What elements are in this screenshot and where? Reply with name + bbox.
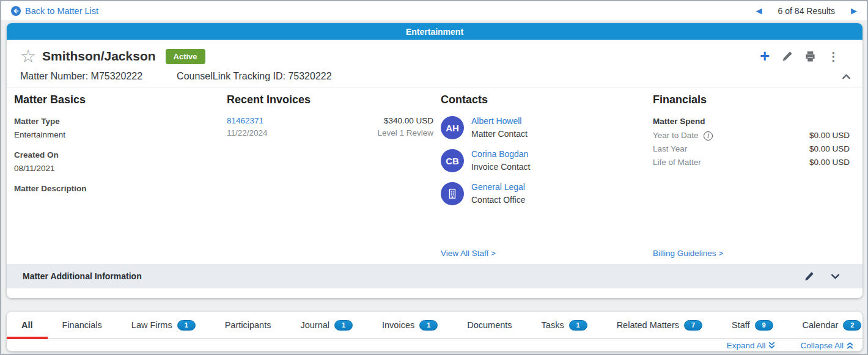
tab-label: Financials	[62, 320, 102, 330]
contact-info: General Legal Contact Office	[471, 181, 525, 207]
edit-pencil-icon[interactable]	[804, 271, 814, 282]
invoice-right: $340.00 USD Level 1 Review	[377, 115, 433, 139]
add-button[interactable]: +	[760, 50, 770, 62]
matter-type-value: Entertainment	[14, 128, 216, 142]
collapse-all-link[interactable]: Collapse All	[800, 341, 854, 350]
contact-row: General Legal Contact Office	[441, 181, 645, 207]
matter-number: Matter Number: M75320222	[20, 71, 142, 82]
matter-number-value: M75320222	[91, 71, 143, 81]
previous-result-arrow-icon[interactable]: ◀	[756, 6, 762, 15]
tabs-divider	[7, 339, 862, 339]
kebab-menu-icon[interactable]: ⋮	[828, 49, 839, 64]
tab-related-matters[interactable]: Related Matters7	[602, 312, 717, 339]
recent-invoices-title: Recent Invoices	[227, 93, 433, 106]
tab-tasks[interactable]: Tasks1	[527, 312, 602, 339]
tab-label: Documents	[467, 320, 512, 330]
matter-category-header: Entertainment	[7, 23, 862, 40]
expand-section-chevron-down-icon[interactable]	[830, 271, 840, 282]
matter-summary-card: Entertainment ☆ Smithson/Jackson Active …	[7, 23, 862, 298]
matter-spend-label: Matter Spend	[653, 115, 850, 128]
financials-title: Financials	[653, 93, 850, 106]
back-link-label: Back to Matter List	[25, 6, 98, 16]
back-circle-arrow-icon	[11, 6, 21, 16]
tab-label: All	[21, 320, 33, 330]
last-year-label: Last Year	[653, 142, 687, 156]
contacts-section: Contacts AH Albert Howell Matter Contact…	[441, 93, 645, 214]
count-badge: 1	[177, 320, 196, 331]
avatar: CB	[441, 149, 464, 172]
count-badge: 7	[684, 320, 702, 331]
next-result-arrow-icon[interactable]: ▶	[851, 6, 857, 15]
print-icon[interactable]	[804, 51, 816, 62]
year-to-date-label: Year to Date	[653, 129, 699, 142]
tab-law-firms[interactable]: Law Firms1	[117, 312, 210, 339]
view-all-staff-link[interactable]: View All Staff >	[441, 249, 496, 258]
tab-label: Invoices	[382, 320, 414, 330]
contact-info: Corina Bogdan Invoice Contact	[471, 148, 531, 174]
matter-basics-title: Matter Basics	[14, 93, 216, 106]
tab-label: Staff	[732, 320, 750, 330]
financials-section: Financials Matter Spend Year to Date i $…	[653, 93, 850, 169]
collapse-card-chevron-up-icon[interactable]	[841, 71, 851, 82]
contact-name-link[interactable]: Albert Howell	[471, 115, 528, 128]
info-icon[interactable]: i	[704, 131, 713, 141]
invoice-status: Level 1 Review	[377, 127, 433, 139]
tracking-id: CounselLink Tracking ID: 75320222	[177, 71, 332, 82]
matter-additional-information-bar[interactable]: Matter Additional Information	[7, 264, 862, 288]
matter-description-label: Matter Description	[14, 182, 216, 196]
tab-label: Tasks	[542, 320, 564, 330]
recent-invoices-section: Recent Invoices 81462371 11/22/2024 $340…	[227, 93, 433, 139]
tab-label: Related Matters	[617, 320, 679, 330]
office-building-icon	[441, 182, 464, 205]
tab-financials[interactable]: Financials	[48, 312, 117, 339]
tab-invoices[interactable]: Invoices1	[367, 312, 452, 339]
matter-name: Smithson/Jackson	[42, 49, 156, 64]
tab-calendar[interactable]: Calendar2	[788, 312, 868, 339]
tab-label: Journal	[300, 320, 329, 330]
matter-toolbar: + ⋮	[760, 49, 849, 64]
year-to-date: Year to Date i	[653, 129, 713, 142]
tab-participants[interactable]: Participants	[210, 312, 286, 339]
tab-journal[interactable]: Journal1	[285, 312, 367, 339]
contact-role: Matter Contact	[471, 129, 528, 139]
expand-all-label: Expand All	[727, 341, 766, 350]
contact-role: Invoice Contact	[471, 162, 531, 172]
invoice-number-link[interactable]: 81462371	[227, 116, 263, 125]
status-badge: Active	[166, 49, 205, 64]
matter-number-label: Matter Number:	[20, 71, 88, 81]
expand-all-link[interactable]: Expand All	[727, 341, 776, 350]
billing-guidelines-link[interactable]: Billing Guidelines >	[653, 249, 723, 258]
tab-label: Participants	[225, 320, 271, 330]
tab-all[interactable]: All	[7, 312, 48, 339]
contact-name-link[interactable]: Corina Bogdan	[471, 148, 531, 161]
favorite-star-icon[interactable]: ☆	[20, 48, 36, 65]
matter-detail-screen: Back to Matter List ◀ 6 of 84 Results ▶ …	[0, 0, 868, 355]
contact-info: Albert Howell Matter Contact	[471, 115, 528, 141]
additional-info-actions	[804, 271, 849, 282]
double-chevron-up-icon	[846, 342, 854, 350]
summary-columns: Matter Basics Matter Type Entertainment …	[7, 87, 862, 264]
financial-row: Life of Matter $0.00 USD	[653, 156, 850, 169]
edit-pencil-icon[interactable]	[781, 51, 793, 62]
double-chevron-down-icon	[768, 342, 776, 350]
count-badge: 1	[334, 320, 353, 331]
contact-row: CB Corina Bogdan Invoice Contact	[441, 148, 645, 174]
last-year-value: $0.00 USD	[809, 142, 850, 156]
count-badge: 9	[755, 320, 773, 331]
back-to-matter-list-link[interactable]: Back to Matter List	[11, 6, 98, 16]
matter-type-field: Matter Type Entertainment	[14, 115, 216, 142]
tab-staff[interactable]: Staff9	[717, 312, 788, 339]
matter-tabs-card: All Financials Law Firms1 Participants J…	[7, 312, 862, 351]
invoice-amount: $340.00 USD	[377, 115, 433, 127]
contacts-title: Contacts	[441, 93, 645, 106]
tracking-id-value: 75320222	[288, 71, 331, 81]
contact-name-link[interactable]: General Legal	[471, 181, 525, 194]
tab-label: Law Firms	[131, 320, 172, 330]
count-badge: 2	[843, 320, 861, 331]
results-pager: ◀ 6 of 84 Results ▶	[756, 6, 857, 16]
life-of-matter-value: $0.00 USD	[809, 156, 850, 169]
financial-row: Year to Date i $0.00 USD	[653, 129, 850, 142]
results-counter: 6 of 84 Results	[778, 6, 835, 16]
count-badge: 1	[419, 320, 438, 331]
tab-documents[interactable]: Documents	[452, 312, 526, 339]
